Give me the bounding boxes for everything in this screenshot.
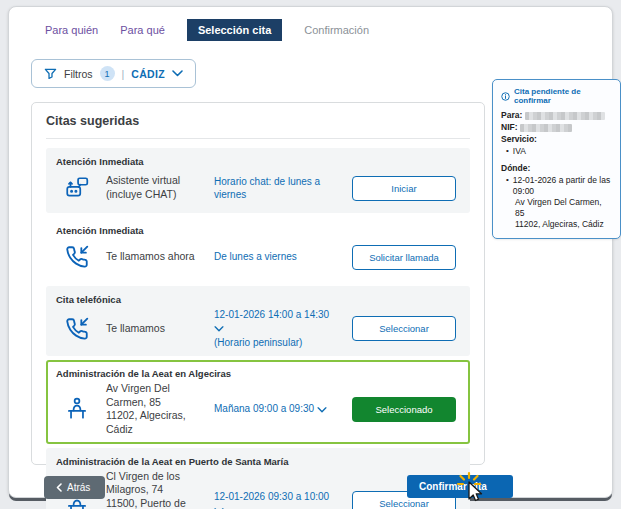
tab-seleccion-cita[interactable]: Selección cita — [187, 19, 282, 41]
tab-para-que[interactable]: Para qué — [120, 24, 165, 36]
bullet: • — [506, 175, 509, 197]
appointment-card-te-llamamos-ahora: Atención Inmediata Te llamamos ahora De … — [46, 217, 470, 282]
servicio-label: Servicio: — [501, 134, 612, 145]
office-desk-icon — [56, 396, 98, 422]
appointment-schedule: Horario chat: de lunes a viernes — [214, 175, 344, 202]
iniciar-button[interactable]: Iniciar — [352, 176, 456, 201]
appointment-slot-dropdown: Mañana 09:00 a 09:30 — [214, 402, 344, 416]
suggested-appointments-panel: Citas sugeridas Atención Inmediata Asist… — [31, 102, 485, 465]
appointment-card-asistente-virtual: Atención Inmediata Asistente virtual (in… — [46, 148, 470, 213]
summary-title: Cita pendiente de confirmar — [514, 87, 612, 105]
appointment-schedule: Mañana 09:00 a 09:30 — [214, 403, 314, 414]
pending-appointment-summary: Cita pendiente de confirmar Para: NIF: S… — [492, 79, 621, 239]
appointment-schedule: De lunes a viernes — [214, 250, 344, 264]
nif-label: NIF: — [501, 122, 518, 132]
donde-label: Dónde: — [501, 163, 612, 174]
card-category-label: Atención Inmediata — [56, 225, 460, 236]
chevron-down-icon[interactable] — [317, 403, 327, 417]
appointment-title: Te llamamos — [106, 322, 206, 336]
tab-para-quien[interactable]: Para quién — [45, 24, 98, 36]
appointment-schedule: 12-01-2026 14:00 a 14:30 — [214, 309, 329, 320]
appointment-slot-dropdown: 12-01-2026 09:30 a 10:00 — [214, 490, 344, 509]
appointment-address: Cl Virgen de los Milagros, 74 11500, Pue… — [106, 470, 206, 509]
solicitar-llamada-button[interactable]: Solicitar llamada — [352, 245, 456, 270]
filter-funnel-icon — [44, 67, 57, 80]
appointment-schedule: 12-01-2026 09:30 a 10:00 — [214, 491, 329, 502]
divider — [46, 138, 470, 139]
appointment-schedule-note: (Horario peninsular) — [214, 337, 302, 348]
donde-address-line2: 11202, Algeciras, Cádiz — [501, 219, 612, 230]
appointment-title: Asistente virtual (incluye CHAT) — [106, 174, 206, 201]
step-tabs: Para quién Para qué Selección cita Confi… — [45, 19, 369, 41]
filters-count-badge: 1 — [100, 66, 115, 81]
card-category-label: Atención Inmediata — [56, 156, 460, 167]
app-window: Para quién Para qué Selección cita Confi… — [8, 6, 613, 498]
servicio-value: IVA — [513, 146, 526, 157]
appointment-card-algeciras-selected: Administración de la Aeat en Algeciras A… — [46, 360, 470, 444]
chevron-down-icon[interactable] — [214, 504, 224, 509]
chevron-down-icon[interactable] — [214, 322, 224, 336]
confirmar-cita-button[interactable]: Confirmar cita — [407, 475, 513, 498]
atras-button[interactable]: Atrás — [44, 476, 105, 499]
phone-incoming-icon — [56, 316, 98, 342]
virtual-assistant-chat-icon — [56, 175, 98, 201]
seleccionado-button[interactable]: Seleccionado — [352, 397, 456, 422]
appointment-card-cita-telefonica: Cita telefónica Te llamamos 12-01-2026 1… — [46, 286, 470, 356]
redacted-nif-value — [520, 124, 572, 132]
filter-separator: | — [122, 68, 125, 80]
appointment-slot-dropdown: 12-01-2026 14:00 a 14:30 (Horario penins… — [214, 308, 344, 349]
info-icon — [501, 92, 510, 101]
redacted-name-value — [525, 112, 605, 120]
para-label: Para: — [501, 110, 522, 120]
filters-dropdown[interactable]: Filtros 1 | CÁDIZ — [31, 59, 196, 88]
donde-address-line1: Av Virgen Del Carmen, 85 — [501, 197, 612, 219]
filters-label: Filtros — [64, 68, 93, 80]
panel-title: Citas sugeridas — [46, 114, 470, 128]
appointment-address: Av Virgen Del Carmen, 85 11202, Algecira… — [106, 382, 206, 437]
phone-incoming-icon — [56, 244, 98, 270]
seleccionar-button[interactable]: Seleccionar — [352, 316, 456, 341]
bullet: • — [506, 146, 509, 157]
filter-region-value: CÁDIZ — [131, 68, 165, 80]
chevron-left-icon — [56, 483, 62, 492]
card-category-label: Administración de la Aeat en Puerto de S… — [56, 456, 460, 467]
appointment-title: Te llamamos ahora — [106, 250, 206, 264]
donde-datetime: 12-01-2026 a partir de las 09:00 — [513, 175, 612, 197]
tab-confirmacion: Confirmación — [304, 24, 369, 36]
card-category-label: Administración de la Aeat en Algeciras — [56, 368, 460, 379]
chevron-down-icon — [172, 70, 183, 77]
card-category-label: Cita telefónica — [56, 294, 460, 305]
